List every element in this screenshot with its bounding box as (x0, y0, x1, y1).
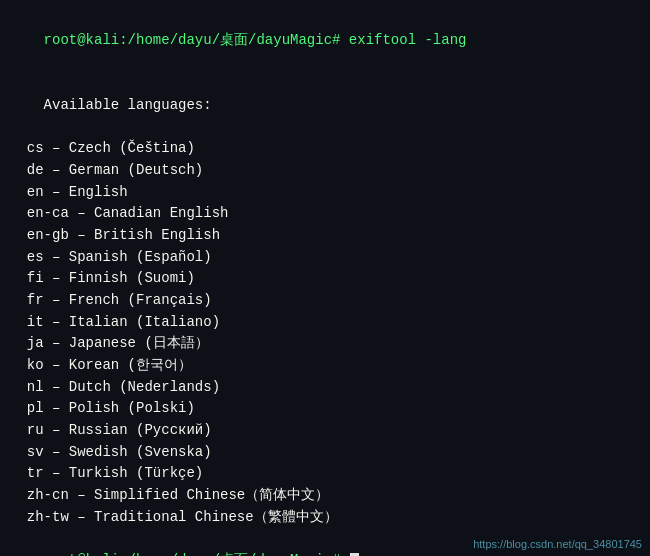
language-item: ru – Russian (Русский) (10, 420, 640, 442)
language-item: ja – Japanese (日本語） (10, 333, 640, 355)
language-text: ja – Japanese (日本語） (10, 335, 209, 351)
language-text: en-gb – British English (10, 227, 220, 243)
language-text: ko – Korean (한국어） (10, 357, 192, 373)
language-item: en-gb – British English (10, 225, 640, 247)
language-item: nl – Dutch (Nederlands) (10, 377, 640, 399)
language-text: fi – Finnish (Suomi) (10, 270, 195, 286)
language-item: sv – Swedish (Svenska) (10, 442, 640, 464)
language-text: en – English (10, 184, 128, 200)
language-text: zh-tw – Traditional Chinese（繁體中文） (10, 509, 338, 525)
language-text: fr – French (Français) (10, 292, 212, 308)
header-line: Available languages: (10, 73, 640, 138)
language-text: tr – Turkish (Türkçe) (10, 465, 203, 481)
language-text: es – Spanish (Español) (10, 249, 212, 265)
language-item: zh-cn – Simplified Chinese（简体中文） (10, 485, 640, 507)
language-item: de – German (Deutsch) (10, 160, 640, 182)
language-item: cs – Czech (Čeština) (10, 138, 640, 160)
language-text: cs – Czech (Čeština) (10, 140, 195, 156)
language-text: pl – Polish (Polski) (10, 400, 195, 416)
command-line: root@kali:/home/dayu/桌面/dayuMagic# exift… (10, 8, 640, 73)
language-text: sv – Swedish (Svenska) (10, 444, 212, 460)
language-item: ko – Korean (한국어） (10, 355, 640, 377)
final-prompt-text: root@kali:/home/dayu/桌面/dayuMagic# (44, 552, 349, 556)
language-item: zh-tw – Traditional Chinese（繁體中文） (10, 507, 640, 529)
language-text: en-ca – Canadian English (10, 205, 228, 221)
language-item: fi – Finnish (Suomi) (10, 268, 640, 290)
language-text: nl – Dutch (Nederlands) (10, 379, 220, 395)
prompt-text: root@kali:/home/dayu/桌面/dayuMagic# exift… (44, 32, 467, 48)
language-text: it – Italian (Italiano) (10, 314, 220, 330)
language-text: ru – Russian (Русский) (10, 422, 212, 438)
language-item: en-ca – Canadian English (10, 203, 640, 225)
language-item: it – Italian (Italiano) (10, 312, 640, 334)
languages-list: cs – Czech (Čeština) de – German (Deutsc… (10, 138, 640, 528)
language-item: pl – Polish (Polski) (10, 398, 640, 420)
watermark-text: https://blog.csdn.net/qq_34801745 (473, 538, 642, 550)
language-item: fr – French (Français) (10, 290, 640, 312)
header-text: Available languages: (44, 97, 212, 113)
language-item: tr – Turkish (Türkçe) (10, 463, 640, 485)
language-item: es – Spanish (Español) (10, 247, 640, 269)
language-text: zh-cn – Simplified Chinese（简体中文） (10, 487, 329, 503)
language-item: en – English (10, 182, 640, 204)
language-text: de – German (Deutsch) (10, 162, 203, 178)
terminal-window: root@kali:/home/dayu/桌面/dayuMagic# exift… (0, 0, 650, 556)
